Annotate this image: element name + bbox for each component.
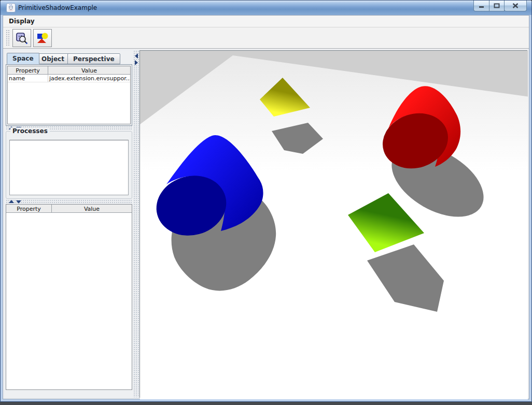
processes-panel: Processes <box>6 131 132 199</box>
table-row[interactable]: name jadex.extension.envsuppor... <box>8 75 130 82</box>
collapse-left-icon[interactable] <box>135 53 138 59</box>
table-header: Property Value <box>8 66 130 75</box>
shapes-button[interactable] <box>33 29 52 47</box>
object-property-table: Property Value <box>6 204 132 390</box>
column-header-property[interactable]: Property <box>6 205 52 212</box>
minimize-icon <box>479 4 485 8</box>
column-header-value[interactable]: Value <box>48 66 130 74</box>
collapse-down-icon[interactable] <box>16 200 21 204</box>
space-tab-panel: Property Value name jadex.extension.envs… <box>6 64 132 126</box>
sidebar: Space Object Perspective Property Value … <box>5 50 133 397</box>
window-controls <box>474 1 527 11</box>
close-icon <box>512 3 519 8</box>
window-title: PrimitiveShadowExample <box>18 4 97 11</box>
maximize-icon <box>494 3 500 8</box>
processes-title: Processes <box>10 127 50 135</box>
collapse-right-icon[interactable] <box>135 60 138 65</box>
shapes-icon <box>36 32 49 45</box>
main-content: Space Object Perspective Property Value … <box>3 49 529 399</box>
tab-space[interactable]: Space <box>7 53 39 64</box>
close-button[interactable] <box>504 1 527 11</box>
minimize-button[interactable] <box>473 1 489 11</box>
title-bar[interactable]: PrimitiveShadowExample <box>1 1 531 15</box>
magnifier-display-icon <box>15 32 29 45</box>
table-header: Property Value <box>6 205 132 213</box>
menu-bar: Display <box>3 16 529 27</box>
maximize-button[interactable] <box>489 1 505 11</box>
java-icon <box>6 3 16 12</box>
toolbar-drag-handle[interactable] <box>6 30 10 46</box>
3d-viewport[interactable] <box>139 50 527 398</box>
tab-object[interactable]: Object <box>36 53 70 64</box>
toolbar <box>3 27 529 49</box>
processes-list[interactable] <box>9 140 129 195</box>
menu-display[interactable]: Display <box>3 16 40 27</box>
space-property-table: Property Value name jadex.extension.envs… <box>7 66 131 124</box>
vertical-splitter[interactable] <box>133 50 139 397</box>
application-window: PrimitiveShadowExample Display <box>0 0 532 402</box>
tab-perspective[interactable]: Perspective <box>67 53 120 64</box>
column-header-property[interactable]: Property <box>8 66 48 74</box>
property-cell: name <box>8 75 48 82</box>
column-header-value[interactable]: Value <box>52 205 132 212</box>
collapse-up-icon[interactable] <box>9 200 14 203</box>
window-client-area: Display <box>3 15 529 399</box>
value-cell: jadex.extension.envsuppor... <box>48 75 130 82</box>
horizontal-splitter-bottom[interactable] <box>6 199 132 204</box>
magnifier-display-button[interactable] <box>12 29 31 47</box>
